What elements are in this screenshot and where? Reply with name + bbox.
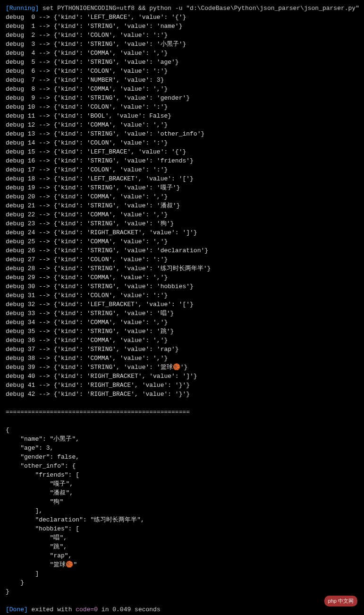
debug-line: debug 6 --> {'kind': 'COLON', 'value': '… <box>6 67 358 76</box>
debug-line: debug 3 --> {'kind': 'STRING', 'value': … <box>6 40 358 49</box>
debug-line: debug 16 --> {'kind': 'STRING', 'value':… <box>6 156 358 165</box>
json-line: "other_info": { <box>6 461 358 470</box>
json-line: { <box>6 426 358 435</box>
debug-line: debug 26 --> {'kind': 'STRING', 'value':… <box>6 246 358 255</box>
debug-line: debug 22 --> {'kind': 'COMMA', 'value': … <box>6 210 358 219</box>
running-command: set PYTHONIOENCODING=utf8 && python -u "… <box>42 5 359 12</box>
blank-line <box>6 596 358 605</box>
debug-line: debug 38 --> {'kind': 'COMMA', 'value': … <box>6 354 358 363</box>
json-line: } <box>6 578 358 587</box>
json-line: "name": "小黑子", <box>6 435 358 444</box>
running-line: [Running] set PYTHONIOENCODING=utf8 && p… <box>6 4 358 13</box>
json-line: ] <box>6 569 358 578</box>
debug-line: debug 1 --> {'kind': 'STRING', 'value': … <box>6 22 358 31</box>
exit-code-value: 0 <box>94 606 98 613</box>
json-line: "hobbies": [ <box>6 524 358 533</box>
json-line: "嘎子", <box>6 479 358 488</box>
debug-line: debug 24 --> {'kind': 'RIGHT_BRACKET', '… <box>6 228 358 237</box>
json-line: "唱", <box>6 533 358 542</box>
json-line: "潘叔", <box>6 488 358 497</box>
debug-line: debug 19 --> {'kind': 'STRING', 'value':… <box>6 183 358 192</box>
debug-line: debug 36 --> {'kind': 'COMMA', 'value': … <box>6 336 358 345</box>
debug-line: debug 37 --> {'kind': 'STRING', 'value':… <box>6 345 358 354</box>
debug-output: debug 0 --> {'kind': 'LEFT_BRACE', 'valu… <box>6 13 358 399</box>
debug-line: debug 39 --> {'kind': 'STRING', 'value':… <box>6 363 358 372</box>
debug-line: debug 5 --> {'kind': 'STRING', 'value': … <box>6 58 358 67</box>
debug-line: debug 40 --> {'kind': 'RIGHT_BRACKET', '… <box>6 372 358 381</box>
debug-line: debug 14 --> {'kind': 'COLON', 'value': … <box>6 138 358 147</box>
json-line: "age": 3, <box>6 444 358 453</box>
debug-line: debug 7 --> {'kind': 'NUMBER', 'value': … <box>6 76 358 85</box>
done-prefix: exited with <box>28 606 76 613</box>
debug-line: debug 32 --> {'kind': 'LEFT_BRACKET', 'v… <box>6 300 358 309</box>
blank-line <box>6 417 358 426</box>
json-line: "declaration": "练习时长两年半", <box>6 515 358 524</box>
debug-line: debug 18 --> {'kind': 'LEFT_BRACKET', 'v… <box>6 174 358 183</box>
debug-line: debug 28 --> {'kind': 'STRING', 'value':… <box>6 264 358 273</box>
json-line: "跳", <box>6 542 358 551</box>
debug-line: debug 8 --> {'kind': 'COMMA', 'value': '… <box>6 85 358 94</box>
json-line: ], <box>6 506 358 515</box>
json-output: { "name": "小黑子", "age": 3, "gender": fal… <box>6 426 358 596</box>
debug-line: debug 30 --> {'kind': 'STRING', 'value':… <box>6 282 358 291</box>
debug-line: debug 15 --> {'kind': 'LEFT_BRACE', 'val… <box>6 147 358 156</box>
debug-line: debug 35 --> {'kind': 'STRING', 'value':… <box>6 327 358 336</box>
json-line: "篮球🏀" <box>6 560 358 569</box>
debug-line: debug 25 --> {'kind': 'COMMA', 'value': … <box>6 237 358 246</box>
debug-line: debug 2 --> {'kind': 'COLON', 'value': '… <box>6 31 358 40</box>
debug-line: debug 12 --> {'kind': 'COMMA', 'value': … <box>6 120 358 129</box>
debug-line: debug 17 --> {'kind': 'COLON', 'value': … <box>6 165 358 174</box>
blank-line <box>6 399 358 408</box>
debug-line: debug 41 --> {'kind': 'RIGHT_BRACE', 'va… <box>6 381 358 390</box>
debug-line: debug 21 --> {'kind': 'STRING', 'value':… <box>6 201 358 210</box>
json-line: "friends": [ <box>6 470 358 479</box>
watermark-badge: php 中文网 <box>324 596 357 606</box>
done-line: [Done] exited with code=0 in 0.049 secon… <box>6 605 358 614</box>
exit-code-label: code= <box>76 606 94 613</box>
debug-line: debug 42 --> {'kind': 'RIGHT_BRACE', 'va… <box>6 390 358 399</box>
json-line: "狗" <box>6 497 358 506</box>
debug-line: debug 27 --> {'kind': 'COLON', 'value': … <box>6 255 358 264</box>
done-label: [Done] <box>6 606 28 613</box>
debug-line: debug 29 --> {'kind': 'COMMA', 'value': … <box>6 273 358 282</box>
debug-line: debug 10 --> {'kind': 'COLON', 'value': … <box>6 102 358 111</box>
debug-line: debug 0 --> {'kind': 'LEFT_BRACE', 'valu… <box>6 13 358 22</box>
debug-line: debug 23 --> {'kind': 'STRING', 'value':… <box>6 219 358 228</box>
separator-line: ========================================… <box>6 408 358 417</box>
done-suffix: in 0.049 seconds <box>98 606 161 613</box>
json-line: } <box>6 587 358 596</box>
debug-line: debug 13 --> {'kind': 'STRING', 'value':… <box>6 129 358 138</box>
running-label: [Running] <box>6 5 39 12</box>
debug-line: debug 31 --> {'kind': 'COLON', 'value': … <box>6 291 358 300</box>
debug-line: debug 34 --> {'kind': 'COMMA', 'value': … <box>6 318 358 327</box>
debug-line: debug 9 --> {'kind': 'STRING', 'value': … <box>6 94 358 102</box>
json-line: "rap", <box>6 551 358 560</box>
debug-line: debug 20 --> {'kind': 'COMMA', 'value': … <box>6 192 358 201</box>
debug-line: debug 33 --> {'kind': 'STRING', 'value':… <box>6 309 358 318</box>
json-line: "gender": false, <box>6 453 358 461</box>
debug-line: debug 4 --> {'kind': 'COMMA', 'value': '… <box>6 49 358 58</box>
debug-line: debug 11 --> {'kind': 'BOOL', 'value': F… <box>6 111 358 120</box>
terminal-output: [Running] set PYTHONIOENCODING=utf8 && p… <box>6 4 358 614</box>
